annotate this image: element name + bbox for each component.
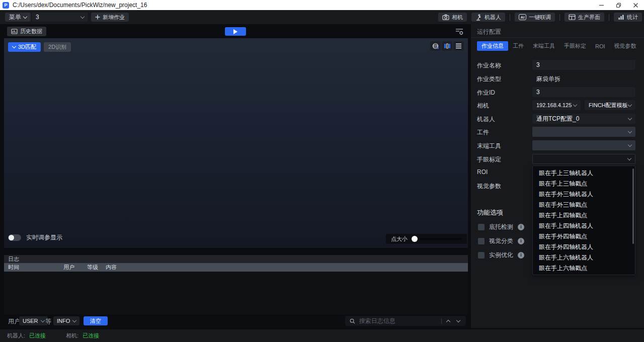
info-icon[interactable]: i xyxy=(518,252,524,259)
robot-config-value: 通用TCP配置_0 xyxy=(536,115,579,123)
vision-params-field-label: 视觉参数 xyxy=(477,182,501,191)
robot-arm-icon xyxy=(475,14,482,21)
pallet-detect-checkbox[interactable] xyxy=(478,224,485,230)
camera-ip-value: 192.168.4.125 xyxy=(536,102,572,108)
app-logo-letter: P xyxy=(4,3,7,8)
features-section-title: 功能选项 xyxy=(477,208,503,217)
realtime-toggle[interactable] xyxy=(8,234,21,241)
dropdown-option[interactable]: 眼在手上四轴戳点 xyxy=(533,210,635,221)
job-name-label: 作业名称 xyxy=(477,61,501,70)
display-settings-button[interactable] xyxy=(454,27,465,36)
tab-vision-params[interactable]: 视觉参数 xyxy=(610,41,641,51)
point-size-slider[interactable] xyxy=(412,238,462,240)
job-name-input[interactable] xyxy=(532,60,635,70)
viewport-mode-tabs: 3D匹配 2D识别 xyxy=(8,42,71,52)
workpiece-select[interactable] xyxy=(532,127,635,137)
history-data-button[interactable]: 历史数据 xyxy=(7,27,46,36)
info-icon[interactable]: i xyxy=(518,238,524,244)
log-title-text: 日志 xyxy=(8,255,19,263)
tab-end-tool[interactable]: 末端工具 xyxy=(528,41,559,51)
viewport-menu-icon[interactable] xyxy=(453,41,464,51)
field-job-type: 作业类型 麻袋单拆 xyxy=(471,73,644,83)
slider-knob[interactable] xyxy=(412,236,418,242)
robot-config-select[interactable]: 通用TCP配置_0 xyxy=(532,114,635,124)
camera-ip-select[interactable]: 192.168.4.125 xyxy=(532,100,581,110)
log-table-body[interactable] xyxy=(4,272,468,314)
dropdown-option[interactable]: 眼在手外三轴机器人 xyxy=(533,189,635,200)
log-col-level: 等级 xyxy=(87,264,106,271)
chevron-down-icon xyxy=(628,129,632,133)
dropdown-scrollbar[interactable] xyxy=(632,168,634,244)
robot-button[interactable]: 机器人 xyxy=(471,13,505,22)
instance-optimize-checkbox[interactable] xyxy=(478,252,485,259)
chevron-down-icon xyxy=(627,156,631,160)
log-search-input[interactable] xyxy=(359,317,437,324)
log-level-filter[interactable]: INFO xyxy=(53,316,79,325)
camera-button-label: 相机 xyxy=(452,14,463,21)
dropdown-option[interactable]: 眼在手外四轴戳点 xyxy=(533,231,635,242)
tab-workpiece[interactable]: 工件 xyxy=(508,41,528,51)
add-job-label: 新增作业 xyxy=(103,14,125,21)
app-window: P C:/Users/dex/Documents/PickWiz/new_pro… xyxy=(0,0,644,342)
camera-button[interactable]: 相机 xyxy=(438,13,467,22)
dropdown-option[interactable]: 眼在手上六轴机器人 xyxy=(533,252,635,263)
dropdown-option[interactable]: 眼在手外四轴机器人 xyxy=(533,242,635,252)
job-id-input[interactable] xyxy=(532,87,635,97)
pallet-detect-label: 底托检测 xyxy=(489,223,513,231)
window-title: C:/Users/dex/Documents/PickWiz/new_proje… xyxy=(13,2,147,9)
restore-icon[interactable] xyxy=(610,0,627,10)
tab-2d-recognition[interactable]: 2D识别 xyxy=(44,42,71,52)
dropdown-option[interactable]: 眼在手上六轴戳点 xyxy=(533,263,635,274)
dropdown-option[interactable]: 眼在手上四轴机器人 xyxy=(533,221,635,231)
pointcloud-view-icon[interactable] xyxy=(430,41,441,51)
camera-view-icon[interactable] xyxy=(442,41,452,51)
production-screen-label: 生产界面 xyxy=(578,14,600,21)
chevron-down-icon xyxy=(628,116,632,120)
instance-optimize-label: 实例优化 xyxy=(489,251,513,260)
3d-viewport[interactable]: 3D匹配 2D识别 xyxy=(4,38,468,248)
log-col-time: 时间 xyxy=(4,264,63,271)
chevron-down-icon xyxy=(80,14,85,18)
dropdown-option[interactable]: 眼在手上三轴机器人 xyxy=(533,168,635,179)
add-job-button[interactable]: 新增作业 xyxy=(91,13,129,22)
close-icon[interactable] xyxy=(627,0,644,10)
stats-button[interactable]: 统计 xyxy=(614,13,642,22)
feature-row-vision-classify: 视觉分类 i xyxy=(478,237,524,244)
realtime-toggle-row: 实时调参显示 xyxy=(8,233,62,242)
job-type-label: 作业类型 xyxy=(477,75,501,83)
log-user-filter[interactable]: USER xyxy=(19,316,48,325)
production-screen-button[interactable]: 生产界面 xyxy=(565,13,604,22)
clear-log-button[interactable]: 清空 xyxy=(84,316,108,325)
tab-2d-recognition-label: 2D识别 xyxy=(48,43,66,51)
tab-roi[interactable]: ROI xyxy=(591,41,610,51)
log-controls: 用户 USER 等 INFO 清空 xyxy=(0,316,468,326)
play-icon xyxy=(233,29,237,34)
search-next-icon[interactable] xyxy=(455,320,461,322)
hand-eye-field-label: 手眼标定 xyxy=(477,155,501,164)
minimize-icon[interactable] xyxy=(593,0,610,10)
search-prev-icon[interactable] xyxy=(446,319,452,323)
app-logo-icon: P xyxy=(3,2,9,9)
tab-3d-match[interactable]: 3D匹配 xyxy=(8,42,41,52)
run-button[interactable] xyxy=(225,27,246,36)
camera-template-select[interactable]: FINCH配置模板- xyxy=(585,100,635,110)
hand-eye-dropdown-menu: 眼在手上三轴机器人 眼在手上三轴戳点 眼在手外三轴机器人 眼在手外三轴戳点 眼在… xyxy=(532,165,635,275)
tab-job-info[interactable]: 作业信息 xyxy=(477,41,508,51)
hand-eye-select[interactable] xyxy=(532,154,635,164)
chevron-down-icon xyxy=(72,318,76,322)
toolbar-divider xyxy=(609,14,609,21)
info-icon[interactable]: i xyxy=(518,224,524,230)
dropdown-option[interactable]: 眼在手上三轴戳点 xyxy=(533,179,635,189)
tab-hand-eye[interactable]: 手眼标定 xyxy=(559,41,591,51)
realtime-toggle-label: 实时调参显示 xyxy=(26,233,62,242)
job-select[interactable]: 3 xyxy=(32,13,88,22)
ai-tune-button[interactable]: AI 一键联调 xyxy=(515,13,555,22)
toolbar-actions: 相机 机器人 AI 一键联调 生产界面 xyxy=(438,13,642,22)
chevron-down-icon xyxy=(40,318,44,322)
end-tool-select[interactable] xyxy=(532,140,635,150)
dropdown-option[interactable]: 眼在手外三轴戳点 xyxy=(533,200,635,210)
log-user-label: 用户 xyxy=(8,317,20,326)
vision-classify-checkbox[interactable] xyxy=(478,238,485,244)
menu-button[interactable]: 菜单 xyxy=(5,13,31,22)
roi-field-label: ROI xyxy=(477,168,488,176)
